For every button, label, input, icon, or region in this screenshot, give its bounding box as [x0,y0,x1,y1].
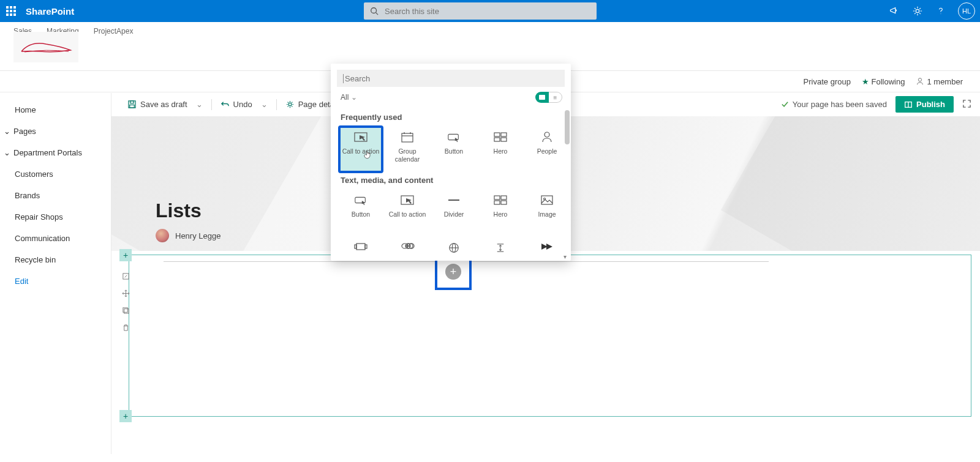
svg-rect-36 [501,201,507,204]
add-webpart-button[interactable]: + [445,264,461,280]
author-avatar [156,229,169,242]
svg-rect-6 [130,105,135,108]
nav-pages[interactable]: ⌄Pages [0,121,111,142]
saved-status: Your page has been saved [781,100,887,109]
nav-department-portals[interactable]: ⌄Department Portals [0,142,111,163]
nav-recycle-bin[interactable]: Recycle bin [0,249,111,270]
user-avatar[interactable]: HL [958,2,975,20]
section-zone[interactable]: + + [129,255,971,417]
webpart-partial-2[interactable] [386,239,429,255]
edit-section-icon[interactable] [119,270,132,282]
page-title[interactable]: Lists [156,199,202,222]
nav-communication[interactable]: Communication [0,228,111,249]
save-icon [127,100,137,109]
svg-rect-11 [123,307,127,311]
site-logo[interactable] [13,32,78,62]
svg-rect-35 [494,201,500,204]
app-launcher-icon[interactable] [0,0,22,22]
webpart-hero[interactable]: Hero [479,127,522,172]
svg-point-3 [919,78,922,81]
svg-rect-5 [130,101,134,103]
add-section-bottom-button[interactable]: + [119,410,132,422]
webpart-image[interactable]: Image [526,190,568,235]
publish-icon [904,100,913,109]
suite-search[interactable] [364,2,597,20]
expand-icon[interactable] [962,99,971,110]
nav-home[interactable]: Home [0,99,111,121]
webpart-group-calendar[interactable]: Group calendar [386,127,429,172]
image-gallery-icon [353,242,369,251]
image-icon [539,193,555,207]
svg-rect-39 [356,244,365,250]
webpart-divider[interactable]: Divider [432,190,475,235]
link-icon [399,242,415,250]
undo-chevron[interactable]: ⌄ [261,100,268,109]
button-icon [446,130,462,144]
webpart-call-to-action-2[interactable]: Call to action [386,190,429,235]
chevron-down-icon: ⌄ [4,127,11,136]
webpart-picker: All ⌄ ≡ ▾ Frequently used Call to action… [331,64,571,261]
gear-icon [285,100,295,109]
webpart-partial-4[interactable] [479,239,522,255]
author-name: Henry Legge [175,231,221,240]
button-icon [353,193,369,207]
svg-rect-27 [494,138,500,141]
webpart-button[interactable]: Button [432,127,475,172]
svg-point-29 [545,132,549,137]
webpart-partial-5[interactable] [526,239,568,255]
view-toggle[interactable]: ≡ [535,92,562,103]
megaphone-icon[interactable] [888,5,900,17]
hero-icon [492,193,508,207]
cursor-icon [364,150,371,161]
hero-icon [492,130,508,144]
stream-icon [539,242,555,251]
divider-icon [446,193,462,207]
webpart-people[interactable]: People [526,127,568,172]
hub-link-projectapex[interactable]: ProjectApex [94,27,134,35]
nav-brands[interactable]: Brands [0,185,111,206]
members-button[interactable]: 1 member [916,77,963,86]
webpart-button-2[interactable]: Button [339,190,382,235]
list-view-toggle[interactable]: ≡ [549,92,562,103]
svg-rect-40 [355,245,356,248]
svg-rect-14 [402,133,413,142]
undo-icon [221,100,230,109]
calendar-icon [399,130,415,144]
publish-button[interactable]: Publish [895,96,954,113]
nav-edit[interactable]: Edit [0,270,111,292]
people-icon [539,130,555,144]
webpart-call-to-action[interactable]: Call to action [339,127,382,172]
filter-all-dropdown[interactable]: All ⌄ [341,93,357,102]
app-name[interactable]: SharePoint [26,6,74,17]
picker-search-input[interactable] [343,74,559,83]
save-draft-button[interactable]: Save as draft [127,100,187,109]
settings-icon[interactable] [911,5,924,17]
section-text-media-content: Text, media, and content [341,176,565,185]
undo-button[interactable]: Undo [221,100,252,109]
search-input[interactable] [385,7,590,16]
move-section-icon[interactable] [119,287,132,299]
webpart-hero-2[interactable]: Hero [479,190,522,235]
svg-rect-26 [501,133,507,136]
check-icon [781,100,789,108]
add-section-top-button[interactable]: + [119,249,132,261]
grid-view-toggle[interactable] [535,92,549,103]
group-type-label: Private group [804,77,851,86]
author-row: Henry Legge [156,229,221,242]
left-navigation: Home ⌄Pages ⌄Department Portals Customer… [0,93,111,454]
webpart-partial-1[interactable] [339,239,382,255]
section-toolbar [119,270,132,333]
webpart-partial-3[interactable] [432,239,475,255]
help-icon[interactable] [935,5,947,17]
delete-section-icon[interactable] [119,321,132,333]
nav-customers[interactable]: Customers [0,163,111,185]
nav-repair-shops[interactable]: Repair Shops [0,206,111,228]
picker-search[interactable] [337,70,565,87]
globe-icon [446,242,462,253]
call-to-action-icon [399,193,415,207]
person-icon [916,77,924,86]
save-draft-chevron[interactable]: ⌄ [196,100,203,109]
duplicate-section-icon[interactable] [119,304,132,316]
svg-rect-33 [494,196,500,199]
following-button[interactable]: ★ Following [862,77,905,86]
